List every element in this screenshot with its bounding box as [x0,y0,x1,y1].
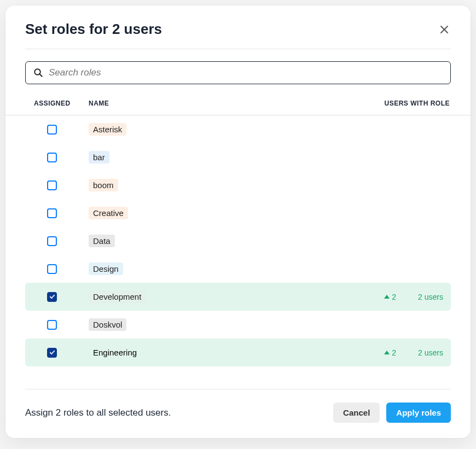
role-name-tag: Engineering [89,346,141,359]
roles-table-body[interactable]: AsteriskbarboomCreativeDataDesignDevelop… [5,115,471,389]
cell-name: bar [89,151,341,164]
role-name-tag: Data [89,235,115,247]
table-row[interactable]: Development22 users [25,283,451,311]
search-box[interactable] [25,61,451,84]
cell-name: Design [89,263,341,275]
cancel-button[interactable]: Cancel [333,403,380,423]
search-input[interactable] [49,67,443,78]
cell-assigned [25,180,89,190]
role-name-tag: Development [89,290,146,303]
cell-delta: 2 [341,293,396,301]
role-checkbox[interactable] [47,125,57,135]
table-row[interactable]: Design [25,255,451,283]
close-icon [440,25,449,34]
table-row[interactable]: boom [25,171,451,199]
cell-assigned [25,236,89,246]
table-row[interactable]: Data [25,227,451,255]
table-row[interactable]: Engineering22 users [25,339,451,366]
modal-footer: Assign 2 roles to all selected users. Ca… [5,389,471,438]
role-name-tag: Doskvol [89,318,126,331]
role-checkbox[interactable] [47,292,57,302]
cell-assigned [25,125,89,135]
cell-users: 2 users [396,348,451,357]
modal-title: Set roles for 2 users [25,21,162,38]
cell-assigned [25,153,89,162]
cell-name: Creative [89,207,341,219]
role-name-tag: bar [89,151,109,164]
table-row[interactable]: Asterisk [25,115,451,143]
role-name-tag: Design [89,263,123,275]
modal-header: Set roles for 2 users [5,5,471,49]
table-row[interactable]: bar [25,143,451,171]
role-checkbox[interactable] [47,180,57,190]
search-container [5,49,471,94]
role-name-tag: Creative [89,207,128,219]
close-button[interactable] [438,23,451,36]
table-header: ASSIGNED NAME USERS WITH ROLE [5,94,471,115]
footer-summary: Assign 2 roles to all selected users. [25,407,171,418]
cell-name: Data [89,235,341,247]
cell-assigned [25,320,89,330]
search-icon [33,68,43,78]
check-icon [49,349,55,355]
svg-line-3 [39,74,42,77]
triangle-up-icon [384,295,390,299]
role-checkbox[interactable] [47,320,57,330]
col-header-users: USERS WITH ROLE [352,100,451,107]
cell-name: boom [89,179,341,191]
role-checkbox[interactable] [47,236,57,246]
cell-assigned [25,348,89,358]
table-row[interactable]: Doskvol [25,311,451,339]
col-header-assigned: ASSIGNED [25,100,89,107]
delta-value: 2 [392,348,396,357]
cell-users: 2 users [396,293,451,301]
table-row[interactable]: Creative [25,199,451,227]
triangle-up-icon [384,351,390,354]
cell-name: Development [89,290,341,303]
cell-assigned [25,292,89,302]
cell-name: Asterisk [89,123,341,136]
role-checkbox[interactable] [47,264,57,274]
check-icon [49,294,55,300]
role-checkbox[interactable] [47,348,57,358]
apply-roles-button[interactable]: Apply roles [386,403,451,423]
cell-name: Engineering [89,346,341,359]
role-name-tag: Asterisk [89,123,126,136]
role-checkbox[interactable] [47,208,57,218]
cell-delta: 2 [341,348,396,357]
col-header-name: NAME [89,100,352,107]
cell-assigned [25,208,89,218]
role-checkbox[interactable] [47,153,57,162]
delta-value: 2 [392,293,396,301]
role-name-tag: boom [89,179,118,191]
set-roles-modal: Set roles for 2 users ASSIGNED NAME USER… [5,5,471,438]
footer-actions: Cancel Apply roles [333,403,451,423]
cell-assigned [25,264,89,274]
cell-name: Doskvol [89,318,341,331]
